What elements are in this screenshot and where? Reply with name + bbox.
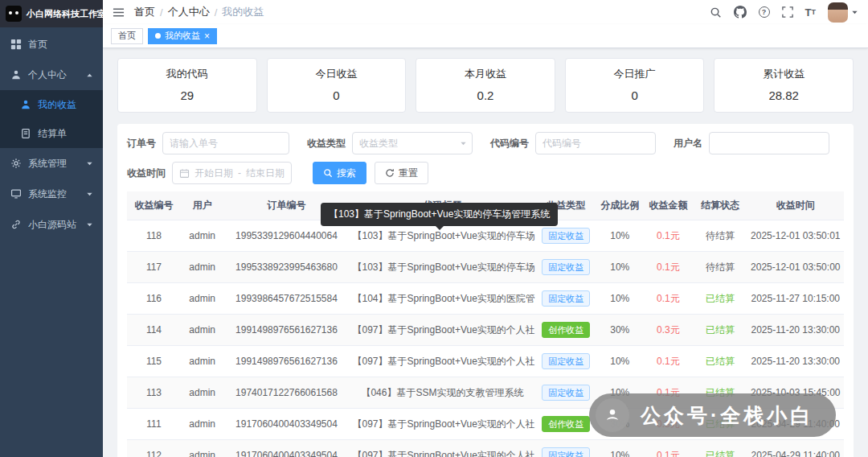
user-icon xyxy=(10,69,22,81)
cell-user: admin xyxy=(181,283,224,315)
cell-income-id: 115 xyxy=(127,346,181,377)
sidebar-item-home[interactable]: 首页 xyxy=(0,29,103,60)
cell-code-title[interactable]: 【046】基于SSM实现的支教管理系统 xyxy=(350,377,536,409)
cell-code-title[interactable]: 【104】基于SpringBoot+Vue实现的医院管... xyxy=(350,283,536,315)
table-row[interactable]: 112 admin 1917060400403349504 【097】基于Spr… xyxy=(127,440,844,457)
person-icon xyxy=(19,99,31,111)
cell-code-title[interactable]: 【097】基于SpringBoot+Vue实现的个人社... xyxy=(350,409,536,440)
cell-time: 2025-04-29 11:40:00 xyxy=(747,440,844,457)
sidebar-item-personal-center[interactable]: 个人中心 xyxy=(0,60,103,90)
stat-value: 28.82 xyxy=(714,89,853,102)
status-text: 已结算 xyxy=(706,324,735,336)
cell-code-title[interactable]: 【097】基于SpringBoot+Vue实现的个人社... xyxy=(350,315,536,346)
cell-code-title[interactable]: 【097】基于SpringBoot+Vue实现的个人社... xyxy=(350,440,536,457)
logo-icon xyxy=(6,6,22,22)
col-user: 用户 xyxy=(181,191,224,220)
search-icon xyxy=(323,168,333,178)
filter-username: 用户名 xyxy=(674,132,829,154)
income-type-badge: 固定收益 xyxy=(542,353,590,369)
income-type-badge: 创作收益 xyxy=(542,322,590,338)
watermark: 公众号·全栈小白 xyxy=(589,393,836,437)
topbar: 首页 / 个人中心 / 我的收益 ? TT xyxy=(103,0,868,24)
app-window: 小白网络科技工作室 首页 个人中心 xyxy=(0,0,868,457)
font-size-big: T xyxy=(805,7,812,18)
cell-time: 2025-12-01 03:50:00 xyxy=(747,252,844,283)
col-ratio: 分成比例 xyxy=(596,191,643,220)
chevron-down-icon xyxy=(86,160,93,167)
breadcrumb-personal-center[interactable]: 个人中心 xyxy=(168,5,210,19)
stat-value: 0 xyxy=(268,89,406,102)
cell-order-no: 1995338923995463680 xyxy=(223,252,349,283)
cell-income-type: 固定收益 xyxy=(535,252,596,283)
tab-home[interactable]: 首页 xyxy=(111,28,143,44)
search-icon[interactable] xyxy=(710,6,722,19)
github-icon[interactable] xyxy=(734,6,747,19)
cell-code-title[interactable]: 【103】基于SpringBoot+Vue实现的停车场... xyxy=(350,252,536,283)
cell-ratio: 10% xyxy=(596,346,643,377)
sidebar-item-system-management[interactable]: 系统管理 xyxy=(0,148,103,179)
cell-income-type: 固定收益 xyxy=(535,283,596,315)
income-type-badge: 创作收益 xyxy=(542,416,590,432)
breadcrumb-home[interactable]: 首页 xyxy=(134,5,155,19)
stat-card-month-income: 本月收益 0.2 xyxy=(416,58,555,113)
date-range-picker[interactable]: 开始日期 - 结束日期 xyxy=(172,162,292,184)
search-button[interactable]: 搜索 xyxy=(313,162,366,184)
username-input[interactable] xyxy=(709,132,829,154)
cell-income-id: 112 xyxy=(127,440,181,457)
cell-user: admin xyxy=(181,346,224,377)
table-row[interactable]: 117 admin 1995338923995463680 【103】基于Spr… xyxy=(127,252,844,283)
sidebar-item-system-monitor[interactable]: 系统监控 xyxy=(0,179,103,209)
filter-label: 代码编号 xyxy=(490,137,529,150)
avatar[interactable] xyxy=(828,2,848,23)
cell-code-title[interactable]: 【097】基于SpringBoot+Vue实现的个人社... xyxy=(350,346,536,377)
order-no-input[interactable] xyxy=(162,132,289,154)
stat-label: 今日收益 xyxy=(268,67,406,81)
user-menu[interactable] xyxy=(828,2,858,23)
code-no-input[interactable] xyxy=(535,132,656,154)
sidebar-item-my-income[interactable]: 我的收益 xyxy=(0,90,103,119)
table-row[interactable]: 115 admin 1991498976561627136 【097】基于Spr… xyxy=(127,346,844,377)
cell-status: 已结算 xyxy=(694,283,747,315)
table-row[interactable]: 116 admin 1993986457672515584 【104】基于Spr… xyxy=(127,283,844,315)
cell-user: admin xyxy=(181,315,224,346)
sidebar-item-label: 首页 xyxy=(28,38,47,51)
breadcrumb-separator: / xyxy=(160,6,163,19)
range-separator: - xyxy=(238,167,241,179)
help-icon[interactable]: ? xyxy=(759,6,770,18)
cell-time: 2025-12-01 03:50:01 xyxy=(747,220,844,252)
cell-user: admin xyxy=(181,409,224,440)
hamburger-icon[interactable] xyxy=(113,6,125,19)
cell-ratio: 30% xyxy=(596,315,643,346)
caret-down-icon xyxy=(851,9,858,16)
reset-button[interactable]: 重置 xyxy=(375,162,428,184)
end-date-placeholder: 结束日期 xyxy=(246,167,285,180)
tab-close-icon[interactable]: × xyxy=(204,31,210,41)
cell-income-id: 113 xyxy=(127,377,181,409)
breadcrumb-separator: / xyxy=(215,6,218,19)
status-text: 已结算 xyxy=(706,356,735,367)
sidebar-item-source-site[interactable]: 小白源码站 xyxy=(0,209,103,240)
table-row[interactable]: 114 admin 1991498976561627136 【097】基于Spr… xyxy=(127,315,844,346)
cell-order-no: 1991498976561627136 xyxy=(223,315,349,346)
cell-ratio: 10% xyxy=(596,220,643,252)
status-text: 待结算 xyxy=(706,230,735,241)
cell-income-type: 固定收益 xyxy=(535,346,596,377)
status-text: 已结算 xyxy=(706,293,735,304)
sidebar-item-label: 我的收益 xyxy=(38,98,76,112)
font-size-icon[interactable]: TT xyxy=(805,7,816,18)
col-time: 收益时间 xyxy=(747,191,844,220)
tags-view: 首页 我的收益 × xyxy=(103,24,868,48)
stat-card-today-income: 今日收益 0 xyxy=(267,58,407,113)
refresh-icon xyxy=(385,168,395,178)
cell-income-type: 固定收益 xyxy=(535,440,596,457)
sidebar-item-settlement[interactable]: 结算单 xyxy=(0,119,103,148)
filter-label: 收益时间 xyxy=(127,167,166,180)
tab-my-income[interactable]: 我的收益 × xyxy=(148,28,217,44)
income-type-select[interactable] xyxy=(352,132,473,154)
cell-order-no: 1917060400403349504 xyxy=(223,440,349,457)
cell-income-id: 114 xyxy=(127,315,181,346)
fullscreen-icon[interactable] xyxy=(782,6,793,18)
cell-user: admin xyxy=(181,377,224,409)
watermark-logo-icon xyxy=(596,398,629,432)
cell-amount: 0.1元 xyxy=(643,220,693,252)
